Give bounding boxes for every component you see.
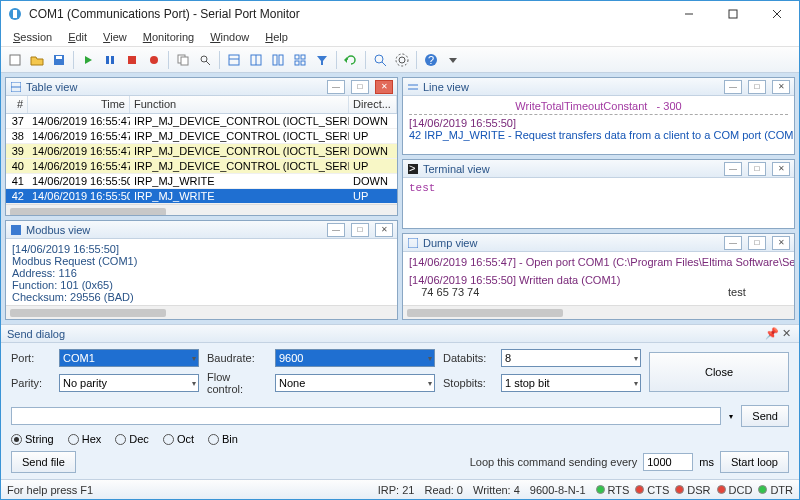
view4-icon[interactable] (290, 50, 310, 70)
panel-close-button[interactable]: ✕ (772, 80, 790, 94)
radio-bin[interactable]: Bin (208, 433, 238, 445)
table-view-panel: Table view — □ ✕ # Time Function Direct.… (5, 77, 398, 216)
menu-session[interactable]: Session (7, 29, 58, 45)
panel-min-button[interactable]: — (327, 223, 345, 237)
menu-help[interactable]: Help (259, 29, 294, 45)
h-scrollbar[interactable] (6, 204, 397, 215)
panel-close-button[interactable]: ✕ (772, 162, 790, 176)
modbus-view-titlebar[interactable]: Modbus view — □ ✕ (6, 221, 397, 239)
h-scrollbar[interactable] (6, 305, 397, 319)
stop-icon[interactable] (122, 50, 142, 70)
line-view-panel: Line view — □ ✕ WriteTotalTimeoutConstan… (402, 77, 795, 155)
panel-min-button[interactable]: — (724, 80, 742, 94)
radio-dec[interactable]: Dec (115, 433, 149, 445)
panel-max-button[interactable]: □ (351, 80, 369, 94)
send-button[interactable]: Send (741, 405, 789, 427)
play-icon[interactable] (78, 50, 98, 70)
panel-min-button[interactable]: — (724, 236, 742, 250)
panel-min-button[interactable]: — (724, 162, 742, 176)
redo-icon[interactable] (341, 50, 361, 70)
flow-combo[interactable]: None▾ (275, 374, 435, 392)
baud-combo[interactable]: 9600▾ (275, 349, 435, 367)
table-view-titlebar[interactable]: Table view — □ ✕ (6, 78, 397, 96)
h-scrollbar[interactable] (403, 305, 794, 319)
terminal-view-title: Terminal view (423, 163, 718, 175)
maximize-button[interactable] (711, 1, 755, 27)
dump-hex: 74 65 73 74 (409, 286, 728, 298)
table-row[interactable]: 3814/06/2019 16:55:47IRP_MJ_DEVICE_CONTR… (6, 129, 397, 144)
panel-max-button[interactable]: □ (748, 236, 766, 250)
parity-combo[interactable]: No parity▾ (59, 374, 199, 392)
copy-icon[interactable] (173, 50, 193, 70)
table-row[interactable]: 3714/06/2019 16:55:47IRP_MJ_DEVICE_CONTR… (6, 114, 397, 129)
svg-rect-12 (128, 56, 136, 64)
minimize-button[interactable] (667, 1, 711, 27)
radio-string[interactable]: String (11, 433, 54, 445)
databits-combo[interactable]: 8▾ (501, 349, 641, 367)
panel-max-button[interactable]: □ (351, 223, 369, 237)
find-icon[interactable] (195, 50, 215, 70)
panel-close-button[interactable]: ✕ (375, 80, 393, 94)
menu-monitoring[interactable]: Monitoring (137, 29, 200, 45)
status-cfg: 9600-8-N-1 (530, 484, 586, 496)
send-dialog-title[interactable]: Send dialog 📌 ✕ (1, 325, 799, 343)
table-view-title: Table view (26, 81, 321, 93)
open-icon[interactable] (27, 50, 47, 70)
menu-view[interactable]: View (97, 29, 133, 45)
settings-icon[interactable] (392, 50, 412, 70)
led-rts: RTS (596, 484, 630, 496)
line-view-titlebar[interactable]: Line view — □ ✕ (403, 78, 794, 96)
port-combo[interactable]: COM1▾ (59, 349, 199, 367)
close-button[interactable]: Close (649, 352, 789, 392)
terminal-view-titlebar[interactable]: > Terminal view — □ ✕ (403, 160, 794, 178)
save-icon[interactable] (49, 50, 69, 70)
dump-view-titlebar[interactable]: Dump view — □ ✕ (403, 234, 794, 252)
close-button[interactable] (755, 1, 799, 27)
pause-icon[interactable] (100, 50, 120, 70)
table-row[interactable]: 4014/06/2019 16:55:47IRP_MJ_DEVICE_CONTR… (6, 159, 397, 174)
col-time[interactable]: Time (28, 96, 130, 113)
zoom-icon[interactable] (370, 50, 390, 70)
help-icon[interactable]: ? (421, 50, 441, 70)
send-file-button[interactable]: Send file (11, 451, 76, 473)
panel-max-button[interactable]: □ (748, 80, 766, 94)
table-row[interactable]: 3914/06/2019 16:55:47IRP_MJ_DEVICE_CONTR… (6, 144, 397, 159)
svg-line-31 (382, 62, 386, 66)
radio-hex[interactable]: Hex (68, 433, 102, 445)
radio-oct[interactable]: Oct (163, 433, 194, 445)
panel-close-button[interactable]: ✕ (772, 236, 790, 250)
view2-icon[interactable] (246, 50, 266, 70)
new-icon[interactable] (5, 50, 25, 70)
table-rows: 3714/06/2019 16:55:47IRP_MJ_DEVICE_CONTR… (6, 114, 397, 204)
send-grid: Port: COM1▾ Baudrate: 9600▾ Databits: 8▾… (1, 343, 799, 401)
send-input[interactable] (11, 407, 721, 425)
table-row[interactable]: 4114/06/2019 16:55:50IRP_MJ_WRITEDOWN (6, 174, 397, 189)
menu-window[interactable]: Window (204, 29, 255, 45)
stop-combo[interactable]: 1 stop bit▾ (501, 374, 641, 392)
line-view-body: WriteTotalTimeoutConstant - 300 [14/06/2… (403, 96, 794, 154)
start-loop-button[interactable]: Start loop (720, 451, 789, 473)
dump-ascii: test (728, 286, 788, 298)
view3-icon[interactable] (268, 50, 288, 70)
filter-icon[interactable] (312, 50, 332, 70)
close-icon[interactable]: ✕ (779, 327, 793, 341)
stop-label: Stopbits: (443, 377, 493, 389)
svg-rect-10 (106, 56, 109, 64)
dump-line-2: [14/06/2019 16:55:50] Written data (COM1… (409, 274, 788, 286)
table-row[interactable]: 4214/06/2019 16:55:50IRP_MJ_WRITEUP (6, 189, 397, 204)
record-icon[interactable] (144, 50, 164, 70)
col-num[interactable]: # (6, 96, 28, 113)
panel-min-button[interactable]: — (327, 80, 345, 94)
svg-point-30 (375, 55, 383, 63)
col-dir[interactable]: Direct... (349, 96, 397, 113)
pin-icon[interactable]: 📌 (765, 327, 779, 341)
dropdown-icon[interactable] (443, 50, 463, 70)
panel-max-button[interactable]: □ (748, 162, 766, 176)
panel-close-button[interactable]: ✕ (375, 223, 393, 237)
loop-interval-input[interactable]: 1000 (643, 453, 693, 471)
view1-icon[interactable] (224, 50, 244, 70)
dump-body: [14/06/2019 16:55:47] - Open port COM1 (… (403, 252, 794, 305)
col-func[interactable]: Function (130, 96, 349, 113)
menu-edit[interactable]: Edit (62, 29, 93, 45)
table-header: # Time Function Direct... (6, 96, 397, 114)
